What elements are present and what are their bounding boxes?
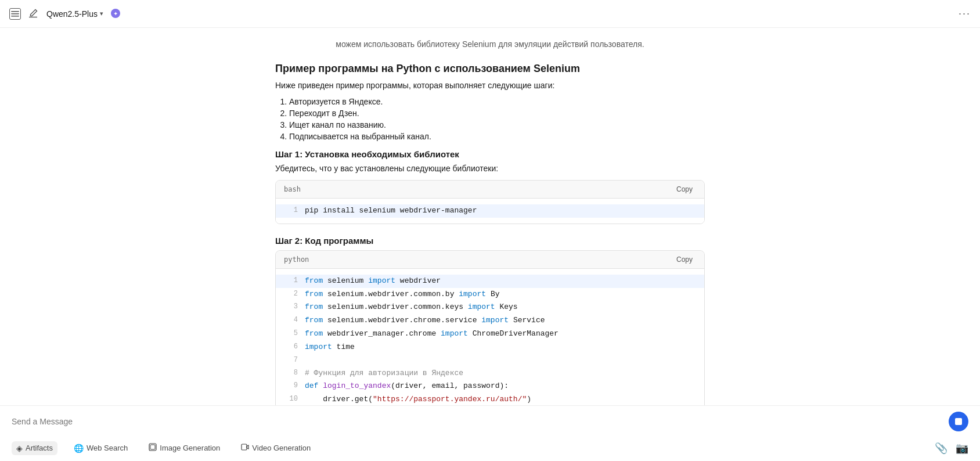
image-gen-label: Image Generation bbox=[160, 444, 220, 452]
toolbar-video-gen-button[interactable]: Video Generation bbox=[236, 441, 315, 455]
code-line: 1 from selenium import webdriver bbox=[276, 275, 704, 288]
artifacts-icon: ◈ bbox=[16, 444, 23, 453]
code-line: 7 bbox=[276, 354, 704, 367]
code-line: 6 import time bbox=[276, 341, 704, 354]
bash-code-header: bash Copy bbox=[276, 181, 704, 199]
stop-button[interactable] bbox=[949, 412, 968, 431]
svg-rect-6 bbox=[150, 445, 155, 449]
main-heading: Пример программы на Python с использован… bbox=[275, 63, 705, 75]
attach-file-button[interactable]: 📎 bbox=[935, 442, 947, 455]
toolbar-right-actions: 📎 📷 bbox=[935, 442, 968, 455]
new-chat-button[interactable] bbox=[28, 8, 39, 20]
bottom-area: ◈ Artifacts 🌐 Web Search Image Generatio… bbox=[0, 405, 980, 461]
list-item: Авторизуется в Яндексе. bbox=[289, 97, 705, 106]
code-line: 4 from selenium.webdriver.chrome.service… bbox=[276, 314, 704, 327]
python-code-header: python Copy bbox=[276, 251, 704, 269]
list-item: Подписывается на выбранный канал. bbox=[289, 132, 705, 141]
step1-body: Убедитесь, что у вас установлены следующ… bbox=[275, 164, 705, 173]
bash-code-body: 1 pip install selenium webdriver-manager bbox=[276, 199, 704, 224]
topbar: Qwen2.5-Plus ▾ ✦ ··· bbox=[0, 0, 980, 28]
toolbar-web-search-button[interactable]: 🌐 Web Search bbox=[69, 441, 132, 455]
video-gen-icon bbox=[241, 443, 249, 453]
main-content: можем использовать библиотеку Selenium д… bbox=[0, 28, 980, 405]
video-gen-label: Video Generation bbox=[252, 444, 311, 452]
svg-rect-0 bbox=[11, 11, 19, 12]
python-code-body: 1 from selenium import webdriver 2 from … bbox=[276, 269, 704, 405]
code-line: 9 def login_to_yandex(driver, email, pas… bbox=[276, 380, 704, 393]
intro-body: Ниже приведен пример программы, которая … bbox=[275, 81, 705, 90]
sidebar-toggle-button[interactable] bbox=[9, 8, 21, 20]
stop-icon bbox=[955, 418, 962, 425]
python-code-block: python Copy 1 from selenium import webdr… bbox=[275, 250, 705, 405]
artifacts-label: Artifacts bbox=[26, 444, 53, 452]
step1-heading: Шаг 1: Установка необходимых библиотек bbox=[275, 149, 705, 159]
camera-button[interactable]: 📷 bbox=[956, 442, 968, 455]
bash-lang-label: bash bbox=[284, 185, 301, 193]
toolbar-row: ◈ Artifacts 🌐 Web Search Image Generatio… bbox=[0, 437, 980, 461]
toolbar-artifacts-button[interactable]: ◈ Artifacts bbox=[12, 441, 57, 455]
model-selector[interactable]: Qwen2.5-Plus ▾ bbox=[46, 9, 103, 19]
list-item: Переходит в Дзен. bbox=[289, 109, 705, 118]
code-line: 5 from webdriver_manager.chrome import C… bbox=[276, 327, 704, 341]
python-lang-label: python bbox=[284, 255, 309, 264]
model-name-label: Qwen2.5-Plus bbox=[46, 9, 98, 19]
code-line: 3 from selenium.webdriver.common.keys im… bbox=[276, 301, 704, 314]
svg-rect-7 bbox=[242, 444, 247, 450]
code-line: 2 from selenium.webdriver.common.by impo… bbox=[276, 288, 704, 301]
chevron-down-icon: ▾ bbox=[100, 10, 103, 17]
code-line: 1 pip install selenium webdriver-manager bbox=[276, 204, 704, 218]
svg-rect-2 bbox=[11, 16, 19, 17]
svg-rect-1 bbox=[11, 13, 19, 15]
step2-heading: Шаг 2: Код программы bbox=[275, 236, 705, 246]
code-line: 10 driver.get("https://passport.yandex.r… bbox=[276, 393, 704, 405]
web-search-icon: 🌐 bbox=[74, 444, 84, 453]
web-search-label: Web Search bbox=[87, 444, 128, 452]
list-item: Ищет канал по названию. bbox=[289, 120, 705, 129]
input-row bbox=[0, 406, 980, 437]
code-line: 8 # Функция для авторизации в Яндексе bbox=[276, 367, 704, 380]
python-copy-button[interactable]: Copy bbox=[673, 254, 696, 265]
message-input[interactable] bbox=[12, 417, 943, 426]
steps-list: Авторизуется в Яндексе. Переходит в Дзен… bbox=[289, 97, 705, 141]
notification-icon[interactable]: ✦ bbox=[110, 8, 122, 20]
bash-code-block: bash Copy 1 pip install selenium webdriv… bbox=[275, 180, 705, 224]
intro-text: можем использовать библиотеку Selenium д… bbox=[275, 39, 705, 49]
svg-text:✦: ✦ bbox=[113, 10, 118, 17]
bash-copy-button[interactable]: Copy bbox=[673, 184, 696, 195]
more-options-button[interactable]: ··· bbox=[959, 8, 971, 20]
image-gen-icon bbox=[149, 443, 157, 453]
toolbar-image-gen-button[interactable]: Image Generation bbox=[144, 441, 225, 455]
